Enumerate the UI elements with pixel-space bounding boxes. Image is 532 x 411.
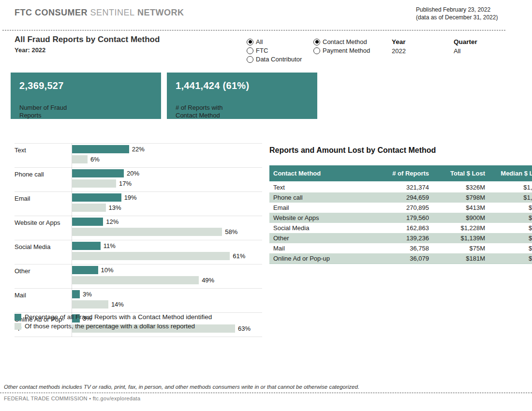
quarter-filter-label: Quarter xyxy=(454,38,477,45)
table-row: Text321,374$326M$1,000 xyxy=(269,182,532,192)
bar-line: 19% xyxy=(72,193,262,202)
method-label-payment-method: Payment Method xyxy=(323,47,370,54)
chart-row-phone-call: Phone call20%17% xyxy=(15,167,262,191)
chart-bars: 22%6% xyxy=(72,144,262,167)
bar-line: 17% xyxy=(72,179,262,188)
footer-exploredata-link[interactable]: ftc.gov/exploredata xyxy=(93,396,141,401)
table-cell-value: $800 xyxy=(489,233,532,243)
chart-category-label: Text xyxy=(15,144,72,167)
bar-value-label: 58% xyxy=(225,228,237,235)
source-option-ftc[interactable]: FTC xyxy=(247,47,302,54)
footer-bullet: • xyxy=(89,396,91,401)
reports-pct-bar xyxy=(72,290,80,298)
table-cell-contact-method: Website or Apps xyxy=(269,213,368,223)
amount-lost-table: Contact Method# of ReportsTotal $ LostMe… xyxy=(269,165,532,264)
table-cell-value: 179,560 xyxy=(368,213,433,223)
legend-item-0: Percentage of all Fraud Reports with a C… xyxy=(15,313,212,321)
chart-category-label: Other xyxy=(15,264,72,288)
bar-line: 49% xyxy=(72,276,262,284)
table-cell-value: $816 xyxy=(489,203,532,213)
table-cell-contact-method: Text xyxy=(269,182,368,192)
chart-row-email: Email19%13% xyxy=(15,191,262,216)
table-cell-value: 270,895 xyxy=(368,203,433,213)
table-cell-contact-method: Mail xyxy=(269,243,368,253)
bar-value-label: 14% xyxy=(111,301,124,308)
reports-pct-bar xyxy=(72,193,121,202)
dollar-loss-pct-bar xyxy=(72,228,222,236)
table-cell-value: $326M xyxy=(433,182,489,192)
table-cell-value: $1,228M xyxy=(433,223,489,233)
dollar-loss-pct-bar xyxy=(72,179,116,188)
bar-value-label: 10% xyxy=(101,266,114,274)
bar-value-label: 19% xyxy=(124,194,137,201)
bar-value-label: 22% xyxy=(132,146,145,153)
table-cell-value: $1,139M xyxy=(433,233,489,243)
chart-category-label: Mail xyxy=(15,289,72,312)
top-divider xyxy=(2,30,505,30)
table-cell-contact-method: Email xyxy=(269,203,368,213)
chart-bars: 20%17% xyxy=(72,168,262,191)
year-filter-value[interactable]: 2022 xyxy=(392,47,406,55)
method-radio-group: Contact MethodPayment Method xyxy=(313,38,370,56)
chart-category-label: Phone call xyxy=(15,168,72,191)
legend-label: Of those reports, the percentage with a … xyxy=(25,323,195,330)
bar-line: 20% xyxy=(72,169,262,177)
table-column-header: # of Reports xyxy=(368,165,433,182)
chart-row-text: Text22%6% xyxy=(15,143,262,167)
total-fraud-reports-value: 2,369,527 xyxy=(19,80,152,91)
reports-pct-bar xyxy=(72,145,129,153)
table-cell-contact-method: Other xyxy=(269,233,368,243)
chart-row-mail: Mail3%14% xyxy=(15,288,262,312)
total-fraud-reports-card: 2,369,527 Number of Fraud Reports xyxy=(11,73,161,119)
quarter-filter: Quarter All xyxy=(454,38,477,55)
table-cell-value: 36,758 xyxy=(368,243,433,253)
page-title: All Fraud Reports by Contact Method xyxy=(15,35,160,44)
bar-value-label: 20% xyxy=(127,170,139,177)
source-option-all[interactable]: All xyxy=(247,38,302,45)
bar-value-label: 49% xyxy=(202,277,214,284)
table-cell-value: 162,863 xyxy=(368,223,433,233)
legend-item-1: Of those reports, the percentage with a … xyxy=(15,323,212,330)
chart-category-label: Email xyxy=(15,192,72,216)
brand-logo: FTC CONSUMER SENTINEL NETWORK xyxy=(15,8,184,18)
table-cell-value: $75M xyxy=(433,243,489,253)
radio-icon-all xyxy=(247,39,253,45)
table-cell-value: $800 xyxy=(489,243,532,253)
radio-selected-dot xyxy=(315,40,319,44)
table-cell-value: 139,236 xyxy=(368,233,433,243)
radio-icon-contact-method xyxy=(313,39,320,45)
chart-bars: 19%13% xyxy=(72,192,262,216)
table-cell-value: $333 xyxy=(489,213,532,223)
radio-icon-data-contributor xyxy=(247,56,253,63)
method-option-payment-method[interactable]: Payment Method xyxy=(313,47,370,54)
bar-line: 10% xyxy=(72,266,262,274)
table-cell-value: 36,079 xyxy=(368,253,433,264)
contact-method-bar-chart: Text22%6%Phone call20%17%Email19%13%Webs… xyxy=(15,143,262,337)
table-column-header: Median $ Lost xyxy=(489,165,532,182)
quarter-filter-value[interactable]: All xyxy=(454,47,477,55)
bar-value-label: 3% xyxy=(83,291,92,298)
bar-line: 13% xyxy=(72,204,262,212)
source-label-data-contributor: Data Contributor xyxy=(256,56,302,63)
dollar-loss-pct-bar xyxy=(72,300,108,308)
table-cell-contact-method: Social Media xyxy=(269,223,368,233)
table-column-header: Contact Method xyxy=(269,165,368,182)
table-row: Other139,236$1,139M$800 xyxy=(269,233,532,243)
chart-bars: 11%61% xyxy=(72,240,262,264)
reports-with-contact-method-value: 1,441,424 (61%) xyxy=(176,80,309,91)
table-cell-value: $798M xyxy=(433,192,489,203)
chart-legend: Percentage of all Fraud Reports with a C… xyxy=(15,313,212,332)
radio-icon-ftc xyxy=(247,47,253,54)
source-option-data-contributor[interactable]: Data Contributor xyxy=(247,56,302,63)
method-option-contact-method[interactable]: Contact Method xyxy=(313,38,370,45)
table-cell-value: $528 xyxy=(489,223,532,233)
chart-row-other: Other10%49% xyxy=(15,264,262,288)
radio-icon-payment-method xyxy=(313,47,320,54)
bar-value-label: 12% xyxy=(106,218,118,225)
table-column-header: Total $ Lost xyxy=(433,165,489,182)
table-row: Email270,895$413M$816 xyxy=(269,203,532,213)
table-row: Online Ad or Pop-up36,079$181M$229 xyxy=(269,253,532,264)
year-filter-label: Year xyxy=(392,38,406,45)
brand-part-ftc-consumer: FTC CONSUMER xyxy=(15,8,88,17)
table-row: Website or Apps179,560$900M$333 xyxy=(269,213,532,223)
